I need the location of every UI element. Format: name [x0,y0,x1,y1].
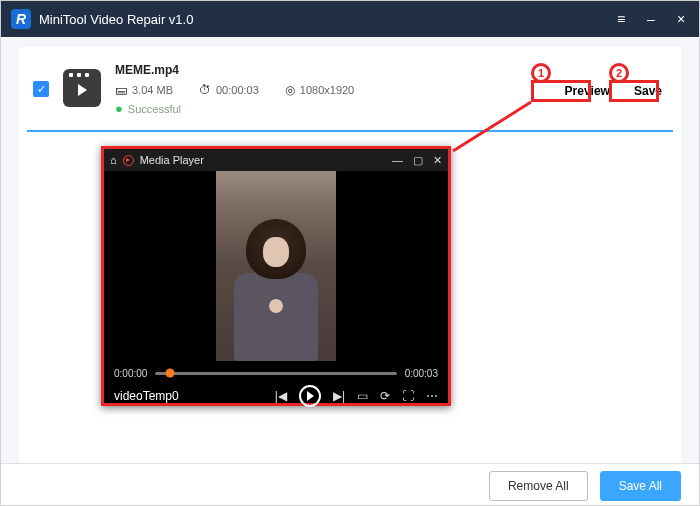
remove-all-button[interactable]: Remove All [489,471,588,501]
media-player-viewport[interactable] [104,171,448,361]
play-icon[interactable] [299,385,321,407]
callout-badge-1: 1 [531,63,551,83]
media-player-titlebar: ⌂ Media Player — ▢ ✕ [104,149,448,171]
media-player-title: Media Player [140,154,386,166]
cast-icon[interactable]: ⟳ [380,389,390,403]
pip-icon[interactable]: ▭ [357,389,368,403]
file-status: ● Successful [115,101,560,116]
success-icon: ● [115,101,123,116]
window-controls: ≡ – × [613,11,689,27]
close-icon[interactable]: × [673,11,689,27]
mp-maximize-icon[interactable]: ▢ [413,154,423,167]
file-status-label: Successful [128,103,181,115]
menu-icon[interactable]: ≡ [613,11,629,27]
video-file-icon [63,69,101,107]
file-checkbox[interactable]: ✓ [33,81,49,97]
media-player-window-controls: — ▢ ✕ [392,154,442,167]
app-title: MiniTool Video Repair v1.0 [39,12,613,27]
seek-track[interactable] [155,372,396,375]
file-size-value: 3.04 MB [132,84,173,96]
resolution-icon: ◎ [285,83,295,97]
time-current: 0:00:00 [114,368,147,379]
callout-rect-save [609,80,659,102]
title-bar: R MiniTool Video Repair v1.0 ≡ – × [1,1,699,37]
file-resolution: ◎ 1080x1920 [285,83,354,97]
more-icon[interactable]: ⋯ [426,389,438,403]
mp-minimize-icon[interactable]: — [392,154,403,167]
file-duration: ⏱ 00:00:03 [199,83,259,97]
app-logo: R [11,9,31,29]
home-icon[interactable]: ⌂ [110,154,117,166]
media-player-controls: 0:00:00 0:00:03 videoTemp0 |◀ ▶| ▭ ⟳ ⛶ ⋯ [104,361,448,405]
video-frame [216,171,336,361]
next-icon[interactable]: ▶| [333,389,345,403]
mp-close-icon[interactable]: ✕ [433,154,442,167]
minimize-icon[interactable]: – [643,11,659,27]
seek-bar[interactable]: 0:00:00 0:00:03 [114,365,438,381]
prev-icon[interactable]: |◀ [275,389,287,403]
file-size: 🖴 3.04 MB [115,83,173,97]
file-info: MEME.mp4 🖴 3.04 MB ⏱ 00:00:03 ◎ 1080x192… [115,63,560,116]
callout-badge-2: 2 [609,63,629,83]
playback-buttons: |◀ ▶| ▭ ⟳ ⛶ ⋯ [275,385,438,407]
media-player-logo-icon [123,155,134,166]
time-total: 0:00:03 [405,368,438,379]
seek-thumb[interactable] [165,369,174,378]
save-all-button[interactable]: Save All [600,471,681,501]
file-name: MEME.mp4 [115,63,560,77]
file-meta: 🖴 3.04 MB ⏱ 00:00:03 ◎ 1080x1920 [115,83,560,97]
media-player-window: ⌂ Media Player — ▢ ✕ 0:00:00 0:00:03 [101,146,451,406]
file-resolution-value: 1080x1920 [300,84,354,96]
file-duration-value: 00:00:03 [216,84,259,96]
fullscreen-icon[interactable]: ⛶ [402,389,414,403]
callout-rect-preview [531,80,591,102]
media-filename: videoTemp0 [114,389,179,403]
bottom-bar: Remove All Save All [1,463,699,506]
clock-icon: ⏱ [199,83,211,97]
disk-icon: 🖴 [115,83,127,97]
